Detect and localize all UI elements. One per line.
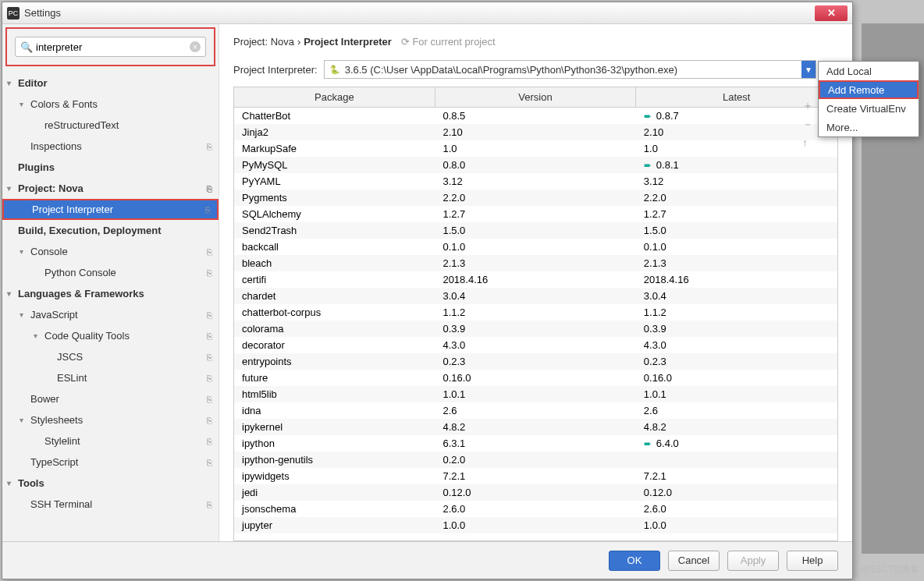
search-icon: 🔍 [20,41,33,53]
settings-tree[interactable]: ▾Editor▾Colors & FontsreStructuredTextIn… [2,69,219,541]
cell-package: future [234,372,435,384]
table-row[interactable]: entrypoints0.2.30.2.3 [234,353,837,370]
watermark: @51CTO博客 [861,563,919,576]
tree-item-console[interactable]: ▾Console⎘ [2,241,219,262]
dropdown-item-create-virtualenv[interactable]: Create VirtualEnv [819,99,919,118]
package-table: Package Version Latest ChatterBot0.8.5➨0… [233,87,838,541]
tree-item-build-execution-deployment[interactable]: Build, Execution, Deployment [2,220,219,241]
cell-package: colorama [234,323,435,335]
table-row[interactable]: SQLAlchemy1.2.71.2.7 [234,206,837,222]
search-input[interactable] [36,41,190,53]
cell-latest: 2.6 [636,405,837,416]
tree-item-bower[interactable]: Bower⎘ [2,388,219,409]
table-row[interactable]: PyYAML3.123.12 [234,173,837,190]
tree-item-javascript[interactable]: ▾JavaScript⎘ [2,304,219,325]
table-row[interactable]: PyMySQL0.8.0➨0.8.1 [234,157,837,173]
table-row[interactable]: html5lib1.0.11.0.1 [234,386,837,402]
cell-package: Jinja2 [234,126,435,138]
search-highlight: 🔍 × [5,27,215,66]
table-row[interactable]: chatterbot-corpus1.1.21.1.2 [234,304,837,321]
table-row[interactable]: future0.16.00.16.0 [234,370,837,386]
interpreter-dropdown-button[interactable]: ▼ [801,61,816,78]
tree-label: Project: Nova [18,182,84,194]
table-row[interactable]: Send2Trash1.5.01.5.0 [234,222,837,239]
tree-item-stylesheets[interactable]: ▾Stylesheets⎘ [2,409,219,430]
interpreter-dropdown-menu[interactable]: Add LocalAdd RemoteCreate VirtualEnvMore… [818,61,919,137]
interpreter-select[interactable]: 🐍 3.6.5 (C:\User \AppData\Local\Programs… [324,60,816,79]
table-row[interactable]: idna2.62.6 [234,402,837,419]
table-row[interactable]: bleach2.1.32.1.3 [234,255,837,271]
apply-button[interactable]: Apply [727,551,779,571]
clear-search-icon[interactable]: × [190,41,201,52]
tree-label: Tools [18,477,44,489]
cell-version: 0.2.3 [435,356,635,367]
tree-item-editor[interactable]: ▾Editor [2,73,219,94]
tree-arrow-icon: ▾ [7,79,18,87]
table-row[interactable]: certifi2018.4.162018.4.16 [234,271,837,288]
add-package-button[interactable]: ＋ [802,99,813,113]
table-row[interactable]: ipython6.3.1➨6.4.0 [234,435,837,452]
table-body[interactable]: ChatterBot0.8.5➨0.8.7Jinja22.102.10Marku… [234,108,837,540]
tree-item-inspections[interactable]: Inspections⎘ [2,136,219,157]
table-row[interactable]: jupyter1.0.01.0.0 [234,517,837,533]
ok-button[interactable]: OK [609,551,660,571]
remove-package-button[interactable]: － [802,118,813,132]
table-row[interactable]: decorator4.3.04.3.0 [234,337,837,353]
table-row[interactable]: jedi0.12.00.12.0 [234,484,837,501]
tree-label: Stylesheets [30,414,83,426]
tree-item-project-interpreter[interactable]: Project Interpreter⎘ [2,199,219,220]
upgrade-package-button[interactable]: ↑ [802,136,813,149]
cell-latest: 7.2.1 [636,470,837,482]
tree-item-languages-frameworks[interactable]: ▾Languages & Frameworks [2,283,219,304]
table-row[interactable]: jsonschema2.6.02.6.0 [234,501,837,517]
tree-label: TypeScript [30,456,78,468]
copy-icon: ⎘ [205,205,211,214]
cell-latest: 3.0.4 [636,290,837,302]
copy-icon: ⎘ [207,500,212,509]
copy-icon: ⎘ [207,268,212,278]
tree-item-code-quality-tools[interactable]: ▾Code Quality Tools⎘ [2,325,219,346]
table-row[interactable]: chardet3.0.43.0.4 [234,288,837,304]
cell-latest: 4.3.0 [636,339,837,351]
tree-label: JavaScript [30,309,78,321]
table-row[interactable]: MarkupSafe1.01.0 [234,140,837,157]
table-row[interactable]: ChatterBot0.8.5➨0.8.7 [234,108,837,124]
cell-version: 0.16.0 [435,372,635,384]
dropdown-item-add-remote[interactable]: Add Remote [819,80,919,99]
table-row[interactable]: backcall0.1.00.1.0 [234,239,837,255]
upgrade-arrow-icon: ➨ [644,438,652,449]
tree-item-plugins[interactable]: Plugins [2,157,219,178]
tree-item-stylelint[interactable]: Stylelint⎘ [2,430,219,452]
tree-label: Build, Execution, Deployment [18,225,161,236]
table-row[interactable]: colorama0.3.90.3.9 [234,321,837,337]
tree-item-python-console[interactable]: Python Console⎘ [2,262,219,283]
search-input-wrap[interactable]: 🔍 × [15,37,206,57]
close-button[interactable]: ✕ [815,5,848,21]
tree-label: Editor [18,77,48,89]
cancel-button[interactable]: Cancel [668,551,720,571]
cell-package: Pygments [234,192,435,204]
tree-item-colors-fonts[interactable]: ▾Colors & Fonts [2,94,219,115]
dropdown-item-add-local[interactable]: Add Local [819,62,919,80]
cell-version: 4.3.0 [435,339,635,351]
dropdown-item-more-[interactable]: More... [819,118,919,136]
tree-item-jscs[interactable]: JSCS⎘ [2,346,219,367]
tree-item-tools[interactable]: ▾Tools [2,473,219,494]
cell-version: 2018.4.16 [435,274,635,285]
table-row[interactable]: ipywidgets7.2.17.2.1 [234,468,837,484]
cell-latest: 1.2.7 [636,208,837,220]
tree-item-restructuredtext[interactable]: reStructuredText [2,115,219,136]
table-row[interactable]: Pygments2.2.02.2.0 [234,190,837,206]
col-package[interactable]: Package [234,87,435,107]
cell-version: 2.10 [435,126,635,138]
col-version[interactable]: Version [435,87,637,107]
table-row[interactable]: Jinja22.102.10 [234,124,837,140]
table-row[interactable]: ipykernel4.8.24.8.2 [234,419,837,435]
table-row[interactable]: ipython-genutils0.2.0 [234,452,837,468]
tree-item-typescript[interactable]: TypeScript⎘ [2,452,219,473]
tree-item-eslint[interactable]: ESLint⎘ [2,367,219,388]
tree-item-ssh-terminal[interactable]: SSH Terminal⎘ [2,494,219,515]
help-button[interactable]: Help [787,551,838,571]
titlebar[interactable]: PC Settings ✕ [2,2,852,24]
tree-item-project-nova[interactable]: ▾Project: Nova⎘ [2,178,219,199]
